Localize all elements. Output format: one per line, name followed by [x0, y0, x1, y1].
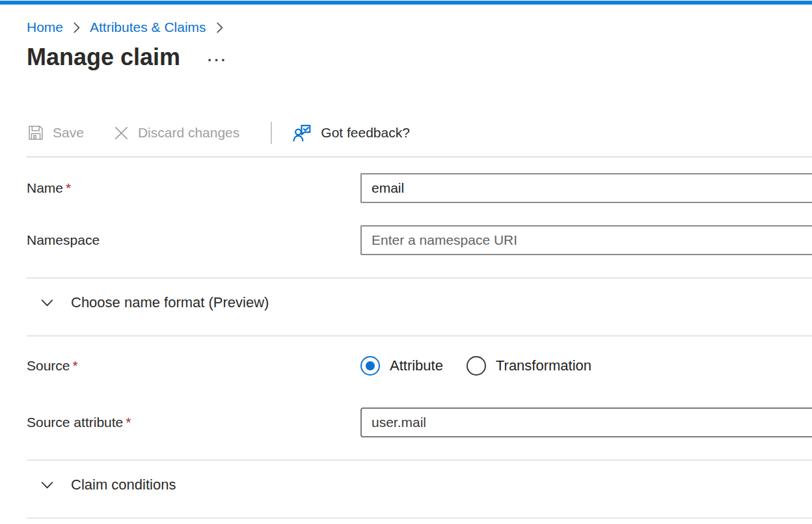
breadcrumb-link-home[interactable]: Home — [27, 20, 63, 35]
radio-selected-icon — [360, 356, 380, 376]
source-label: Source* — [27, 358, 360, 374]
radio-attribute-label: Attribute — [390, 357, 443, 374]
page-title: Manage claim — [27, 44, 180, 71]
source-attribute-label: Source attribute* — [27, 415, 360, 430]
name-label: Name* — [27, 180, 360, 196]
chevron-right-icon — [215, 21, 224, 34]
section-choose-name-format[interactable]: Choose name format (Preview) — [27, 279, 812, 327]
chevron-right-icon — [72, 21, 81, 34]
chevron-down-icon — [40, 296, 55, 310]
feedback-label: Got feedback? — [321, 125, 410, 141]
top-accent-bar — [0, 1, 812, 5]
radio-unselected-icon — [467, 356, 486, 376]
content-divider — [27, 335, 812, 337]
required-asterisk: * — [73, 358, 78, 373]
feedback-icon — [291, 122, 313, 144]
source-radio-group: Attribute Transformation — [360, 356, 812, 376]
content-divider — [27, 517, 812, 519]
name-field-row: Name* — [27, 173, 812, 203]
title-row: Manage claim ··· — [27, 44, 812, 71]
save-label: Save — [53, 125, 84, 141]
name-input[interactable] — [360, 173, 812, 203]
discard-label: Discard changes — [138, 125, 239, 141]
close-icon — [113, 124, 130, 142]
radio-transformation[interactable]: Transformation — [467, 356, 591, 376]
save-icon — [27, 124, 45, 142]
section-label: Claim conditions — [71, 476, 176, 493]
chevron-down-icon — [40, 478, 55, 493]
discard-changes-button[interactable]: Discard changes — [113, 124, 239, 142]
got-feedback-button[interactable]: Got feedback? — [291, 122, 410, 144]
radio-transformation-label: Transformation — [496, 357, 591, 374]
more-icon[interactable]: ··· — [208, 53, 228, 68]
manage-claim-page: Home Attributes & Claims Manage claim ··… — [0, 20, 812, 519]
command-bar: Save Discard changes Got feedback? — [27, 118, 812, 148]
content-divider — [27, 156, 812, 158]
namespace-field-row: Namespace — [27, 225, 812, 255]
breadcrumb: Home Attributes & Claims — [27, 20, 812, 35]
source-attribute-input[interactable] — [360, 407, 812, 437]
required-asterisk: * — [126, 415, 131, 430]
breadcrumb-link-attributes-claims[interactable]: Attributes & Claims — [90, 20, 206, 35]
save-button[interactable]: Save — [27, 124, 84, 142]
source-attribute-field-row: Source attribute* — [27, 407, 812, 437]
toolbar-separator — [271, 122, 272, 144]
section-label: Choose name format (Preview) — [71, 294, 269, 311]
source-field-row: Source* Attribute Transformation — [27, 356, 812, 376]
section-claim-conditions[interactable]: Claim conditions — [27, 461, 812, 509]
namespace-input[interactable] — [360, 225, 812, 255]
namespace-label: Namespace — [27, 232, 360, 248]
radio-attribute[interactable]: Attribute — [360, 356, 443, 376]
required-asterisk: * — [66, 180, 71, 195]
